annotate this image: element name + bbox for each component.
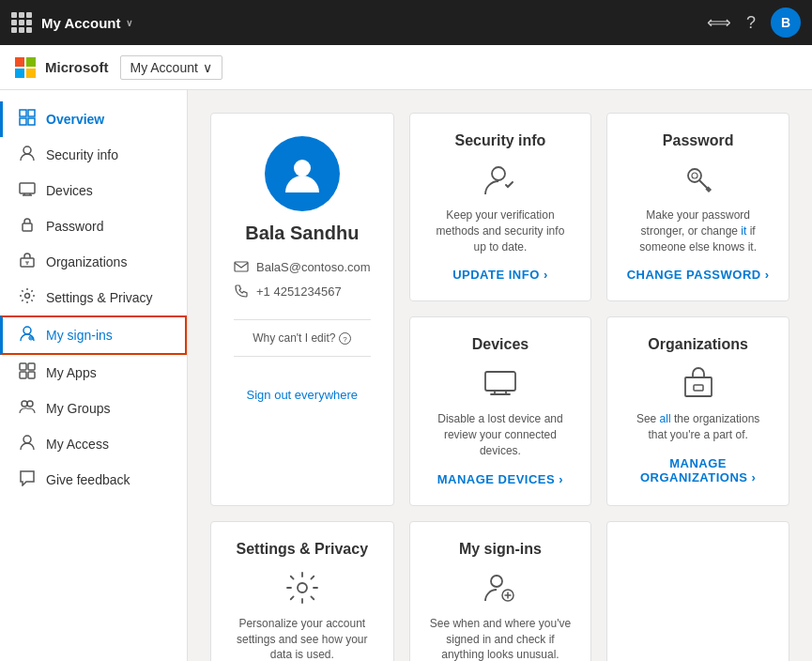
security-info-icon xyxy=(18,145,37,165)
email-icon xyxy=(234,259,249,274)
profile-card: Bala Sandhu BalaS@contoso.com +1 4251234… xyxy=(210,113,394,506)
svg-point-16 xyxy=(27,401,33,407)
sidebar-label-give-feedback: Give feedback xyxy=(46,472,130,487)
ms-logo-text: Microsoft xyxy=(45,59,109,75)
sidebar-item-devices[interactable]: Devices xyxy=(0,173,187,208)
sidebar-item-my-apps[interactable]: My Apps xyxy=(0,355,187,391)
security-info-card: Security info Keep your verification met… xyxy=(409,113,592,301)
phone-icon xyxy=(234,284,249,299)
devices-icon xyxy=(18,180,37,201)
svg-rect-26 xyxy=(685,377,712,396)
profile-divider-2 xyxy=(234,356,371,357)
svg-point-17 xyxy=(23,436,31,443)
profile-phone: +1 4251234567 xyxy=(256,284,342,299)
security-info-title: Security info xyxy=(454,132,545,149)
profile-email-item: BalaS@contoso.com xyxy=(234,259,371,274)
svg-point-8 xyxy=(25,294,30,299)
profile-signout[interactable]: Sign out everywhere xyxy=(247,387,359,402)
svg-point-18 xyxy=(294,160,311,177)
sidebar-label-my-sign-ins: My sign-ins xyxy=(46,328,113,343)
sidebar-label-my-groups: My Groups xyxy=(46,401,110,416)
help-icon[interactable]: ? xyxy=(746,13,756,33)
sidebar-label-my-access: My Access xyxy=(46,437,109,452)
svg-point-28 xyxy=(298,583,307,592)
devices-title: Devices xyxy=(472,336,529,353)
svg-point-9 xyxy=(23,327,31,334)
svg-rect-1 xyxy=(28,110,35,116)
organizations-link[interactable]: MANAGE ORGANIZATIONS › xyxy=(626,456,770,484)
empty-card xyxy=(606,521,789,661)
devices-desc: Disable a lost device and review your co… xyxy=(429,411,573,458)
layout: Overview Security info Devices Password … xyxy=(0,90,812,661)
apps-icon[interactable] xyxy=(11,12,32,33)
topbar-chevron: ∨ xyxy=(126,18,132,28)
user-avatar[interactable]: B xyxy=(771,8,801,38)
sidebar-item-my-access[interactable]: My Access xyxy=(0,426,187,462)
svg-point-24 xyxy=(692,173,697,178)
svg-rect-11 xyxy=(20,363,26,370)
sidebar-item-give-feedback[interactable]: Give feedback xyxy=(0,462,187,498)
svg-text:?: ? xyxy=(344,335,348,344)
sidebar-item-password[interactable]: Password xyxy=(0,208,187,244)
sidebar-label-organizations: Organizations xyxy=(46,254,127,269)
sidebar-item-security-info[interactable]: Security info xyxy=(0,137,187,173)
sidebar-item-organizations[interactable]: Organizations xyxy=(0,244,187,280)
secondbar: Microsoft My Account ∨ xyxy=(0,45,812,90)
security-info-link[interactable]: UPDATE INFO › xyxy=(452,268,548,282)
sidebar: Overview Security info Devices Password … xyxy=(0,90,188,661)
devices-link[interactable]: MANAGE DEVICES › xyxy=(437,472,563,486)
svg-rect-12 xyxy=(28,363,35,370)
organizations-card: Organizations See all the organizations … xyxy=(606,316,789,505)
svg-rect-27 xyxy=(694,385,703,391)
overview-icon xyxy=(18,109,37,130)
svg-rect-6 xyxy=(23,223,32,231)
give-feedback-icon xyxy=(18,469,37,490)
sidebar-item-overview[interactable]: Overview xyxy=(0,101,187,137)
svg-rect-13 xyxy=(20,372,26,378)
account-menu[interactable]: My Account ∨ xyxy=(120,55,222,80)
my-sign-ins-desc: See when and where you've signed in and … xyxy=(429,616,573,661)
main-content: Bala Sandhu BalaS@contoso.com +1 4251234… xyxy=(188,90,812,661)
settings-privacy-desc: Personalize your account settings and se… xyxy=(230,616,375,661)
password-desc: Make your password stronger, or change i… xyxy=(626,208,770,254)
my-groups-icon xyxy=(18,398,37,419)
organizations-icon xyxy=(18,252,37,272)
profile-edit-note: Why can't I edit? ? xyxy=(253,331,351,345)
password-link[interactable]: CHANGE PASSWORD › xyxy=(627,268,770,282)
sidebar-item-my-sign-ins[interactable]: My sign-ins xyxy=(0,315,187,355)
sidebar-item-my-groups[interactable]: My Groups xyxy=(0,391,187,426)
svg-rect-2 xyxy=(20,118,26,125)
svg-rect-0 xyxy=(20,110,26,116)
organizations-desc: See all the organizations that you're a … xyxy=(626,411,770,443)
profile-info: BalaS@contoso.com +1 4251234567 xyxy=(234,259,371,308)
organizations-card-icon xyxy=(680,364,717,402)
settings-privacy-card: Settings & Privacy Personalize your acco… xyxy=(210,521,394,661)
security-info-card-icon xyxy=(482,161,519,198)
svg-point-29 xyxy=(491,576,502,587)
svg-rect-5 xyxy=(20,183,35,193)
sidebar-label-overview: Overview xyxy=(46,112,104,127)
svg-rect-3 xyxy=(28,118,35,125)
profile-divider xyxy=(234,319,371,320)
profile-phone-item: +1 4251234567 xyxy=(234,284,371,299)
ms-logo-grid xyxy=(15,57,36,78)
password-card: Password Make your password stronger, or… xyxy=(606,113,789,301)
password-card-icon xyxy=(680,161,717,198)
sidebar-label-password: Password xyxy=(46,219,103,234)
my-sign-ins-card-icon xyxy=(482,569,519,607)
svg-rect-19 xyxy=(235,262,248,271)
signout-link[interactable]: Sign out everywhere xyxy=(247,388,359,402)
svg-point-15 xyxy=(22,401,27,407)
my-access-icon xyxy=(18,434,37,454)
sidebar-item-settings-privacy[interactable]: Settings & Privacy xyxy=(0,280,187,315)
edit-note-text: Why can't I edit? xyxy=(253,331,335,345)
password-icon xyxy=(18,216,37,237)
svg-rect-25 xyxy=(485,372,515,391)
sidebar-label-settings-privacy: Settings & Privacy xyxy=(46,290,153,305)
my-sign-ins-card: My sign-ins See when and where you've si… xyxy=(409,521,592,661)
my-sign-ins-icon xyxy=(18,325,37,346)
topbar-title[interactable]: My Account ∨ xyxy=(41,15,132,31)
share-icon[interactable]: ⟺ xyxy=(707,12,731,33)
my-apps-icon xyxy=(18,362,37,383)
sidebar-label-security-info: Security info xyxy=(46,147,118,162)
